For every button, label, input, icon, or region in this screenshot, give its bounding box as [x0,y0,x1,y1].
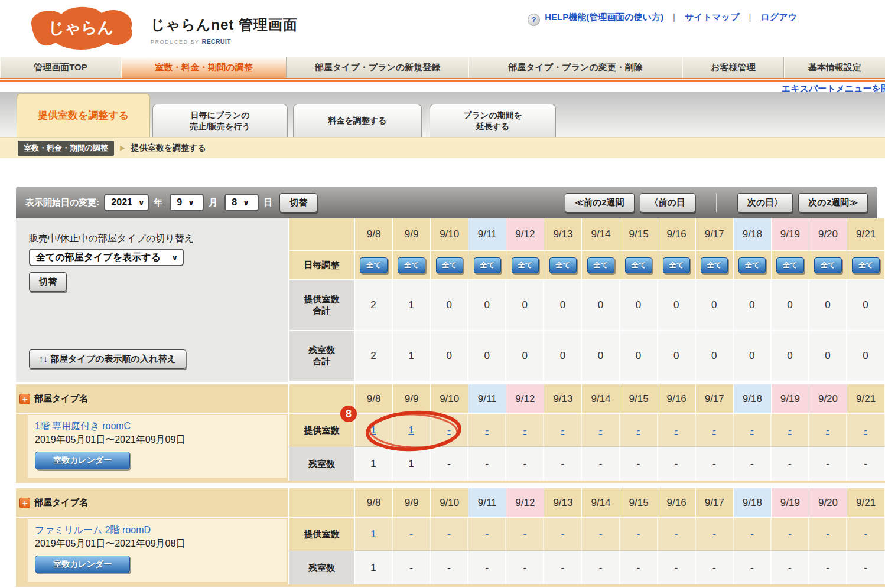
expand-plus-icon[interactable]: ＋ [19,394,30,404]
all-button[interactable]: 全て [852,257,879,273]
count-cell: 0 [847,280,885,330]
all-button[interactable]: 全て [776,257,803,273]
offered-count-link[interactable]: - [712,528,716,540]
offered-count-link[interactable]: - [750,528,754,540]
roomtype-header-label: 部屋タイプ名 [34,393,88,404]
offered-count-link[interactable]: - [561,528,565,540]
offered-count-link[interactable]: - [599,528,603,540]
room-calendar-button[interactable]: 室数カレンダー [35,452,130,469]
help-link[interactable]: HELP機能(管理画面の使い方) [545,12,663,22]
all-button[interactable]: 全て [738,257,766,273]
offered-count-link[interactable]: - [826,424,829,436]
count-cell: 1 [355,551,393,584]
help-icon[interactable]: ? [528,14,540,26]
date-header-cell: 9/17 [696,488,734,517]
date-header-cell: 9/19 [772,218,809,250]
all-button[interactable]: 全て [360,257,387,273]
date-switch-button[interactable]: 切替 [279,193,317,213]
all-button[interactable]: 全て [398,257,425,273]
all-button[interactable]: 全て [625,257,652,273]
day-select[interactable]: 8∨ [224,194,259,211]
logout-link[interactable]: ログアウ [760,12,796,22]
nav-rooms-rates-periods[interactable]: 室数・料金・期間の調整 [121,57,287,78]
daily-adjust-cell: 全て [355,251,393,279]
date-header-cell: 9/11 [468,488,506,517]
filter-switch-button[interactable]: 切替 [29,272,67,292]
offered-count-link[interactable]: 1 [370,528,376,540]
roomtype-section: ＋ 部屋タイプ名 9/89/99/109/119/129/139/149/159… [16,488,885,587]
offered-count-link[interactable]: - [637,424,640,436]
offered-count-link[interactable]: 1 [408,424,414,436]
room-calendar-button[interactable]: 室数カレンダー [35,556,130,573]
tab-adjust-room-count[interactable]: 提供室数を調整する [17,93,150,137]
count-cell: 1 [393,331,431,381]
count-cell: 0 [658,280,696,330]
tab-daily-stop-sell[interactable]: 日毎にプランの 売止/販売を行う [152,104,288,137]
count-cell: 0 [658,331,696,381]
main-nav: 管理画面TOP 室数・料金・期間の調整 部屋タイプ・プランの新規登録 部屋タイプ… [0,57,885,78]
offered-count-link[interactable]: - [712,424,716,436]
tab-extend-plan-period[interactable]: プランの期間を 延長する [430,104,556,137]
next-2weeks-button[interactable]: 次の2週間≫ [798,193,868,213]
offered-count-link[interactable]: - [447,424,451,436]
all-button[interactable]: 全て [474,257,501,273]
date-header-cell: 9/17 [696,384,734,413]
offered-count-link[interactable]: - [788,528,792,540]
offered-count-cell: - [658,414,696,447]
offered-count-link[interactable]: - [409,528,413,540]
offered-count-link[interactable]: - [485,424,489,436]
next-day-button[interactable]: 次の日〉 [737,193,793,213]
count-cell: 1 [355,447,393,481]
roomtype-filter-select[interactable]: 全ての部屋タイプを表示する∨ [29,249,184,266]
offered-count-link[interactable]: - [750,424,754,436]
offered-count-link[interactable]: - [485,528,489,540]
offered-count-link[interactable]: - [864,528,867,540]
room-name-link[interactable]: ファミリルーム 2階 roomD [35,525,151,535]
jalan-logo-icon[interactable]: じゃらん [25,4,137,53]
expand-plus-icon[interactable]: ＋ [19,498,30,508]
all-button[interactable]: 全て [436,257,463,273]
nav-customer-mgmt[interactable]: お客様管理 [682,57,784,78]
reorder-roomtypes-button[interactable]: ↑↓ 部屋タイプの表示順の入れ替え [29,349,186,369]
all-button[interactable]: 全て [814,257,841,273]
prev-2weeks-button[interactable]: ≪前の2週間 [565,193,635,213]
all-button[interactable]: 全て [587,257,614,273]
offered-count-link[interactable]: - [599,424,603,436]
count-cell: 0 [506,331,544,381]
count-cell: 0 [431,280,468,330]
year-select[interactable]: 2021∨ [104,194,149,211]
nav-admin-top[interactable]: 管理画面TOP [0,57,121,78]
offered-count-link[interactable]: - [561,424,565,436]
all-button[interactable]: 全て [549,257,577,273]
tab-adjust-rates[interactable]: 料金を調整する [293,104,422,137]
offered-count-link[interactable]: - [675,424,678,436]
roomtype-section-header: ＋ 部屋タイプ名 9/89/99/109/119/129/139/149/159… [16,488,885,518]
offered-count-link[interactable]: - [447,528,451,540]
nav-basic-settings[interactable]: 基本情報設定 [784,57,885,78]
availability-table: 表示開始日の変更: 2021∨ 年 9∨ 月 8∨ 日 切替 ≪前の2週間 〈前… [16,187,885,587]
date-header-cell: 9/9 [393,488,431,517]
offered-count-link[interactable]: 1 [370,424,376,436]
room-period: 2019年05月01日〜2021年09月09日 [35,434,279,446]
date-header-cell: 9/13 [544,384,582,413]
offered-count-link[interactable]: - [637,528,640,540]
room-name-link[interactable]: 1階 専用庭付き roomC [35,421,131,431]
nav-edit-roomtype-plan[interactable]: 部屋タイプ・プランの変更・削除 [468,57,682,78]
offered-label: 提供室数 [289,518,355,551]
all-button[interactable]: 全て [663,257,690,273]
month-select[interactable]: 9∨ [170,194,204,211]
prev-day-button[interactable]: 〈前の日 [640,193,695,213]
offered-count-link[interactable]: - [788,424,792,436]
nav-new-roomtype-plan[interactable]: 部屋タイプ・プランの新規登録 [287,57,468,78]
offered-count-link[interactable]: - [523,424,527,436]
all-button[interactable]: 全て [512,257,539,273]
offered-count-link[interactable]: - [826,528,829,540]
count-cell: - [772,447,809,481]
offered-count-link[interactable]: - [523,528,527,540]
all-button[interactable]: 全て [701,257,728,273]
offered-count-link[interactable]: - [675,528,678,540]
offered-count-cell: - [809,414,847,447]
sitemap-link[interactable]: サイトマップ [685,12,739,22]
offered-count-link[interactable]: - [864,424,867,436]
offered-row: 提供室数 1------------- [289,518,885,551]
